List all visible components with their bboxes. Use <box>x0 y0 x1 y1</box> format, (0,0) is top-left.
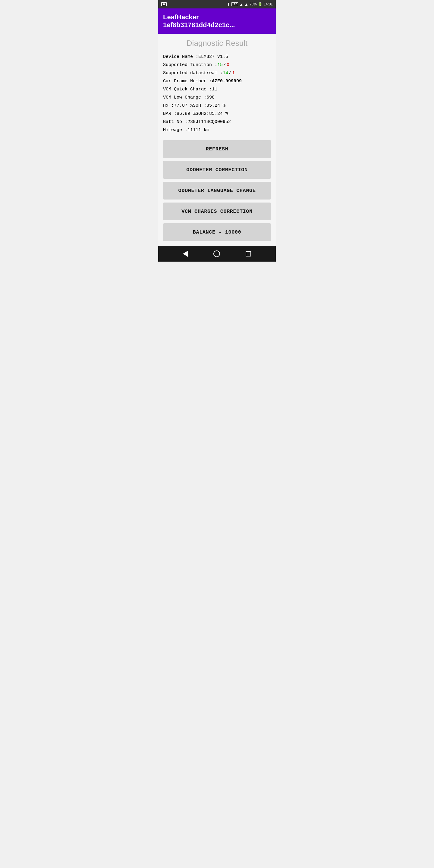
bar-value: 86.89 % <box>177 110 195 118</box>
status-right: ⬇ LTE ▲ ▲ 78% 🔋 14:01 <box>227 2 273 7</box>
odometer-language-change-button[interactable]: ODOMETER LANGUAGE CHANGE <box>163 182 271 199</box>
soh-value: 85.24 % <box>207 101 225 110</box>
soh-label: SOH : <box>193 101 207 110</box>
balance-button[interactable]: BALANCE - 10000 <box>163 223 271 241</box>
diagnostics-section: Device Name : ELM327 v1.5 Supported func… <box>163 53 271 134</box>
soh2-label: SOH2: <box>195 110 209 118</box>
vcm-low-value: 698 <box>207 93 215 101</box>
battery-icon: 🔋 <box>258 2 262 6</box>
status-bar: ⬇ LTE ▲ ▲ 78% 🔋 14:01 <box>158 0 276 8</box>
supported-datastream-label: Supported datastream : <box>163 69 223 77</box>
supported-function-row: Supported function : 15 / 0 <box>163 61 271 69</box>
batt-no-value: 230JT114CQ000952 <box>187 118 231 126</box>
vcm-low-row: VCM Low Charge : 698 <box>163 93 271 101</box>
main-content: Diagnostic Result Device Name : ELM327 v… <box>158 34 276 246</box>
vcm-charges-correction-button[interactable]: VCM CHARGES CORRECTION <box>163 203 271 220</box>
hx-value: 77.87 % <box>174 101 193 110</box>
hx-soh-row: Hx : 77.87 % SOH : 85.24 % <box>163 101 271 110</box>
bluetooth-icon: ⬇ <box>227 2 230 7</box>
supported-datastream-slash: / <box>229 69 231 77</box>
time-display: 14:01 <box>264 2 273 6</box>
app-bar: LeafHacker 1ef8b31781dd4d2c1c... <box>158 8 276 34</box>
vcm-quick-value: 11 <box>212 85 217 93</box>
button-section: REFRESH ODOMETER CORRECTION ODOMETER LAN… <box>163 140 271 241</box>
app-title: LeafHacker 1ef8b31781dd4d2c1c... <box>163 13 235 29</box>
car-frame-label: Car Frame Number : <box>163 77 212 85</box>
car-frame-value: AZE0-999999 <box>212 77 242 85</box>
vcm-quick-label: VCM Quick Charge : <box>163 85 212 93</box>
mileage-value: 11111 km <box>187 126 209 134</box>
lte-badge: LTE <box>231 2 238 6</box>
bar-label: BAR : <box>163 110 177 118</box>
signal2-icon: ▲ <box>244 2 248 7</box>
bar-soh2-row: BAR : 86.89 % SOH2: 85.24 % <box>163 110 271 118</box>
odometer-correction-button[interactable]: ODOMETER CORRECTION <box>163 161 271 179</box>
supported-datastream-row: Supported datastream : 14 / 1 <box>163 69 271 77</box>
recents-button[interactable] <box>246 251 251 256</box>
status-left <box>161 2 167 6</box>
supported-function-label: Supported function : <box>163 61 217 69</box>
car-frame-row: Car Frame Number : AZE0-999999 <box>163 77 271 85</box>
supported-function-green: 15 <box>217 61 223 69</box>
device-name-row: Device Name : ELM327 v1.5 <box>163 53 271 61</box>
mileage-label: Mileage : <box>163 126 187 134</box>
vcm-quick-row: VCM Quick Charge : 11 <box>163 85 271 93</box>
battery-text: 78% <box>250 2 257 6</box>
supported-function-red: 0 <box>227 61 229 69</box>
page-title: Diagnostic Result <box>163 38 271 48</box>
soh2-value: 85.24 % <box>209 110 228 118</box>
signal-icon: ▲ <box>239 2 243 7</box>
device-name-value: ELM327 v1.5 <box>198 53 228 61</box>
batt-no-label: Batt No : <box>163 118 187 126</box>
nav-bar <box>158 246 276 261</box>
supported-datastream-green: 14 <box>223 69 228 77</box>
device-name-label: Device Name : <box>163 53 198 61</box>
refresh-button[interactable]: REFRESH <box>163 140 271 158</box>
supported-function-slash: / <box>223 61 226 69</box>
mileage-row: Mileage : 11111 km <box>163 126 271 134</box>
vcm-low-label: VCM Low Charge : <box>163 93 207 101</box>
hx-label: Hx : <box>163 101 174 110</box>
back-button[interactable] <box>183 251 188 257</box>
batt-no-row: Batt No : 230JT114CQ000952 <box>163 118 271 126</box>
home-button[interactable] <box>213 250 220 257</box>
supported-datastream-red: 1 <box>232 69 235 77</box>
photo-icon <box>161 2 167 6</box>
